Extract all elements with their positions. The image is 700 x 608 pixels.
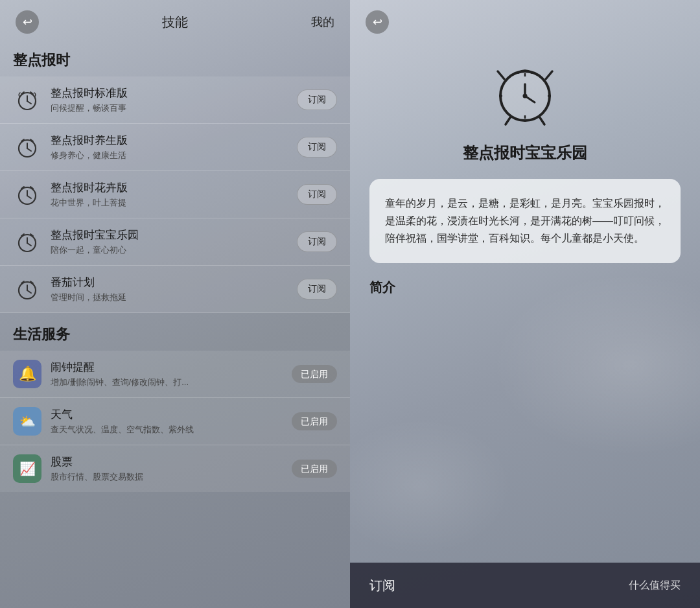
section-hourly-title: 整点报时 <box>0 39 350 76</box>
skill-desc-baby: 陪你一起，童心初心 <box>51 244 290 256</box>
skill-action-standard[interactable]: 订阅 <box>297 89 337 110</box>
service-name-weather: 天气 <box>51 407 285 422</box>
intro-label: 简介 <box>369 279 395 296</box>
service-action-weather: 已启用 <box>292 415 337 428</box>
left-back-button[interactable]: ↩ <box>16 10 39 34</box>
footer-subscribe-button[interactable]: 订阅 <box>369 577 395 594</box>
service-info-weather: 天气 查天气状况、温度、空气指数、紫外线 <box>51 407 285 436</box>
skill-item-baby[interactable]: 整点报时宝宝乐园 陪你一起，童心初心 订阅 <box>0 218 350 266</box>
service-desc-stock: 股市行情、股票交易数据 <box>51 471 285 483</box>
service-action-alarm: 已启用 <box>292 368 337 380</box>
left-scroll-content: 整点报时 整点报时标准版 问候提醒，畅谈百事 订阅 <box>0 39 350 608</box>
skill-name-baby: 整点报时宝宝乐园 <box>51 228 290 242</box>
service-desc-weather: 查天气状况、温度、空气指数、紫外线 <box>51 424 285 436</box>
footer-brand: 什么值得买 <box>629 579 681 592</box>
svg-point-18 <box>523 94 528 99</box>
right-footer: 订阅 什么值得买 <box>350 563 700 608</box>
skill-name-standard: 整点报时标准版 <box>51 86 290 100</box>
svg-line-8 <box>27 196 31 198</box>
left-header: ↩ 技能 我的 <box>0 0 350 39</box>
clock-icon-standard <box>13 86 41 114</box>
service-desc-alarm: 增加/删除闹钟、查询/修改闹钟、打... <box>51 377 285 388</box>
app-clock-icon <box>486 52 564 130</box>
skill-item-health[interactable]: 整点报时养生版 修身养心，健康生活 订阅 <box>0 124 350 171</box>
left-header-title: 技能 <box>162 14 188 31</box>
service-item-alarm[interactable]: 🔔 闹钟提醒 增加/删除闹钟、查询/修改闹钟、打... 已启用 <box>0 351 350 398</box>
description-text: 童年的岁月，是云，是糖，是彩虹，是月亮。宝宝乐园报时，是温柔的花，浸渍在时光长河… <box>385 194 665 248</box>
clock-icon-health <box>13 133 41 161</box>
bell-icon: 🔔 <box>13 360 41 388</box>
service-item-weather[interactable]: ⛅ 天气 查天气状况、温度、空气指数、紫外线 已启用 <box>0 398 350 445</box>
enabled-badge-stock: 已启用 <box>292 460 337 478</box>
skill-info-health: 整点报时养生版 修身养心，健康生活 <box>51 133 290 161</box>
skill-name-health: 整点报时养生版 <box>51 133 290 148</box>
back-icon: ↩ <box>23 15 32 29</box>
right-panel: ↩ <box>350 0 700 608</box>
app-icon-container <box>486 52 564 132</box>
svg-line-11 <box>27 243 31 246</box>
service-name-stock: 股票 <box>51 454 285 469</box>
skill-action-baby[interactable]: 订阅 <box>297 231 337 252</box>
service-name-alarm: 闹钟提醒 <box>51 360 285 375</box>
my-label[interactable]: 我的 <box>311 14 334 30</box>
skill-name-flower: 整点报时花卉版 <box>51 180 290 195</box>
service-info-alarm: 闹钟提醒 增加/删除闹钟、查询/修改闹钟、打... <box>51 360 285 388</box>
skill-item-flower[interactable]: 整点报时花卉版 花中世界，叶上菩提 订阅 <box>0 171 350 218</box>
app-title: 整点报时宝宝乐园 <box>463 143 587 163</box>
skill-item-standard[interactable]: 整点报时标准版 问候提醒，畅谈百事 订阅 <box>0 76 350 124</box>
clock-icon-flower <box>13 180 41 209</box>
skill-info-baby: 整点报时宝宝乐园 陪你一起，童心初心 <box>51 228 290 256</box>
subscribe-btn-health[interactable]: 订阅 <box>297 137 337 158</box>
enabled-badge-alarm: 已启用 <box>292 365 337 383</box>
skill-action-flower[interactable]: 订阅 <box>297 184 337 205</box>
enabled-badge-weather: 已启用 <box>292 412 337 430</box>
left-panel: ↩ 技能 我的 整点报时 整点报时标准版 问候提醒，畅谈百事 <box>0 0 350 608</box>
skill-info-standard: 整点报时标准版 问候提醒，畅谈百事 <box>51 86 290 114</box>
svg-line-14 <box>27 290 31 293</box>
skill-desc-standard: 问候提醒，畅谈百事 <box>51 102 290 114</box>
subscribe-btn-baby[interactable]: 订阅 <box>297 231 337 252</box>
right-back-icon: ↩ <box>373 15 382 29</box>
subscribe-btn-pomodoro[interactable]: 订阅 <box>297 279 337 299</box>
skill-action-health[interactable]: 订阅 <box>297 137 337 158</box>
service-action-stock: 已启用 <box>292 463 337 475</box>
svg-line-5 <box>27 148 31 151</box>
skill-info-pomodoro: 番茄计划 管理时间，拯救拖延 <box>51 275 290 303</box>
svg-line-2 <box>27 101 31 104</box>
description-box: 童年的岁月，是云，是糖，是彩虹，是月亮。宝宝乐园报时，是温柔的花，浸渍在时光长河… <box>369 179 681 263</box>
weather-icon: ⛅ <box>13 407 41 436</box>
subscribe-btn-standard[interactable]: 订阅 <box>297 89 337 110</box>
clock-icon-baby <box>13 228 41 256</box>
right-back-button[interactable]: ↩ <box>366 10 389 34</box>
skill-item-pomodoro[interactable]: 番茄计划 管理时间，拯救拖延 订阅 <box>0 266 350 313</box>
right-scroll-content: 整点报时宝宝乐园 童年的岁月，是云，是糖，是彩虹，是月亮。宝宝乐园报时，是温柔的… <box>350 39 700 563</box>
right-header: ↩ <box>350 0 700 39</box>
skill-desc-pomodoro: 管理时间，拯救拖延 <box>51 292 290 303</box>
stock-icon: 📈 <box>13 454 41 483</box>
skill-action-pomodoro[interactable]: 订阅 <box>297 279 337 299</box>
skill-name-pomodoro: 番茄计划 <box>51 275 290 290</box>
skill-desc-health: 修身养心，健康生活 <box>51 150 290 161</box>
clock-icon-pomodoro <box>13 275 41 303</box>
section-service-title: 生活服务 <box>0 313 350 351</box>
skill-desc-flower: 花中世界，叶上菩提 <box>51 197 290 209</box>
service-info-stock: 股票 股市行情、股票交易数据 <box>51 454 285 483</box>
skill-info-flower: 整点报时花卉版 花中世界，叶上菩提 <box>51 180 290 209</box>
service-item-stock[interactable]: 📈 股票 股市行情、股票交易数据 已启用 <box>0 445 350 492</box>
subscribe-btn-flower[interactable]: 订阅 <box>297 184 337 205</box>
